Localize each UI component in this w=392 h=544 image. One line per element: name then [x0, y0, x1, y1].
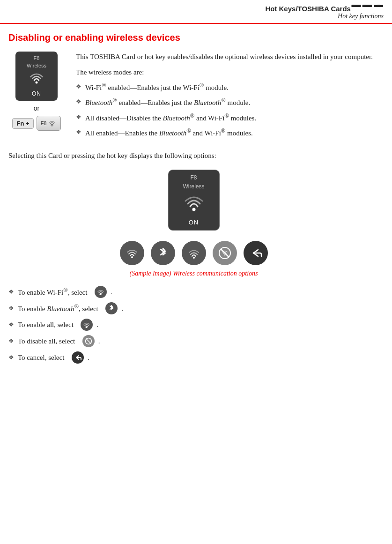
inline-wifi-icon	[95, 286, 107, 298]
diamond-icon: ❖	[8, 287, 14, 297]
header-subtitle: Hot key functions	[8, 13, 384, 20]
card-wifi-icon	[28, 70, 45, 89]
bottom-bullets: ❖ To enable Wi-Fi®, select . ❖ To enable…	[8, 286, 379, 364]
inline-wireless-icon	[81, 319, 93, 331]
svg-line-11	[86, 339, 91, 343]
bottom-bullet-disable-all: ❖ To disable all, select .	[8, 335, 379, 347]
modes-label: The wireless modes are:	[76, 67, 379, 78]
modes-bullet-list: ❖ Wi-Fi® enabled—Enables just the Wi-Fi®…	[76, 81, 379, 139]
bullet-all-enabled: ❖ All enabled—Enables the Bluetooth® and…	[76, 127, 379, 139]
svg-point-9	[86, 327, 87, 328]
comm-icon-bluetooth	[151, 241, 175, 265]
svg-point-7	[224, 254, 225, 255]
bullet-wifi: ❖ Wi-Fi® enabled—Enables just the Wi-Fi®…	[76, 81, 379, 93]
svg-point-3	[131, 256, 133, 258]
intro-text: This TOSHIBA Card or hot key enables/dis…	[76, 52, 379, 62]
bullet-disable-all: To disable all, select	[18, 336, 79, 347]
diamond-icon: ❖	[76, 82, 81, 91]
bottom-bullet-wifi: ❖ To enable Wi-Fi®, select .	[8, 286, 379, 298]
inline-back-icon	[72, 351, 84, 364]
right-col: This TOSHIBA Card or hot key enables/dis…	[76, 52, 379, 142]
svg-point-0	[36, 82, 38, 84]
diamond-icon: ❖	[8, 353, 14, 362]
card-on-label: ON	[32, 90, 41, 97]
diamond-icon: ❖	[76, 97, 81, 106]
main-content: Disabling or enabling wireless devices F…	[0, 24, 392, 376]
bullet-bluetooth: ❖ Bluetooth® enabled—Enables just the Bl…	[76, 96, 379, 108]
left-col: F8 Wireless ON or Fn	[8, 52, 65, 142]
diamond-icon: ❖	[76, 112, 81, 122]
card-key-label: F8	[34, 55, 40, 61]
diamond-icon: ❖	[8, 304, 14, 313]
diamond-icon: ❖	[8, 336, 14, 346]
fn-row: Fn + F8	[12, 116, 60, 131]
svg-line-6	[221, 249, 229, 257]
center-card-key: F8	[190, 174, 197, 181]
bullet-enabled-text: All enabled—Enables the Bluetooth® and W…	[85, 127, 253, 139]
diamond-icon: ❖	[8, 320, 14, 329]
header-title: Hot Keys/TOSHIBA Cards	[8, 5, 384, 13]
center-card-on-label: ON	[189, 219, 199, 226]
bullet-enable-wifi: To enable Wi-Fi®, select	[18, 286, 91, 298]
page-number: 221	[351, 5, 384, 10]
center-card-wireless-label: Wireless	[183, 183, 204, 190]
inline-bt-icon	[105, 302, 118, 314]
inline-disabled-icon	[82, 335, 95, 347]
period: .	[111, 287, 112, 298]
svg-point-2	[192, 208, 195, 211]
or-label: or	[34, 104, 39, 112]
bullet-enable-all: To enable all, select	[18, 320, 77, 330]
selecting-text: Selecting this Card or pressing the hot …	[8, 150, 379, 161]
section-title: Disabling or enabling wireless devices	[8, 32, 379, 43]
bullet-bt-text: Bluetooth® enabled—Enables just the Blue…	[85, 96, 250, 108]
f8-key: F8	[37, 116, 61, 131]
wireless-card-small: F8 Wireless ON	[15, 52, 58, 101]
bullet-all-disabled: ❖ All disabled—Disables the Bluetooth® a…	[76, 112, 379, 124]
svg-point-4	[193, 257, 195, 259]
center-card-wifi-icon	[183, 193, 205, 216]
svg-point-1	[52, 125, 52, 126]
bottom-bullet-enable-all: ❖ To enable all, select .	[8, 319, 379, 331]
bullet-enable-bt: To enable Bluetooth®, select	[18, 302, 102, 314]
period: .	[98, 336, 100, 347]
wireless-card-center: F8 Wireless ON	[168, 170, 220, 231]
top-layout: F8 Wireless ON or Fn	[8, 52, 379, 142]
bullet-wifi-text: Wi-Fi® enabled—Enables just the Wi-Fi® m…	[85, 81, 229, 93]
comm-icon-back	[244, 241, 268, 265]
period: .	[88, 352, 89, 363]
comm-icon-disabled	[213, 241, 237, 265]
f8-icon	[48, 119, 56, 127]
center-card-wrap: F8 Wireless ON	[8, 170, 379, 231]
bottom-bullet-cancel: ❖ To cancel, select .	[8, 351, 379, 364]
sample-caption: (Sample Image) Wireless communication op…	[8, 270, 379, 277]
bullet-disabled-text: All disabled—Disables the Bluetooth® and…	[85, 112, 256, 124]
diamond-icon: ❖	[76, 127, 81, 137]
comm-icon-wifi	[120, 241, 144, 265]
svg-point-8	[100, 294, 101, 295]
f8-label: F8	[41, 120, 47, 126]
page-header: 221 Hot Keys/TOSHIBA Cards Hot key funct…	[0, 0, 392, 24]
period: .	[121, 303, 123, 314]
comm-icons-row	[8, 241, 379, 265]
bottom-bullet-bt: ❖ To enable Bluetooth®, select .	[8, 302, 379, 314]
card-wireless-label: Wireless	[27, 63, 46, 68]
comm-icon-wireless	[182, 241, 206, 265]
bullet-cancel: To cancel, select	[18, 352, 68, 363]
period: .	[96, 320, 98, 330]
fn-key: Fn +	[12, 118, 33, 129]
